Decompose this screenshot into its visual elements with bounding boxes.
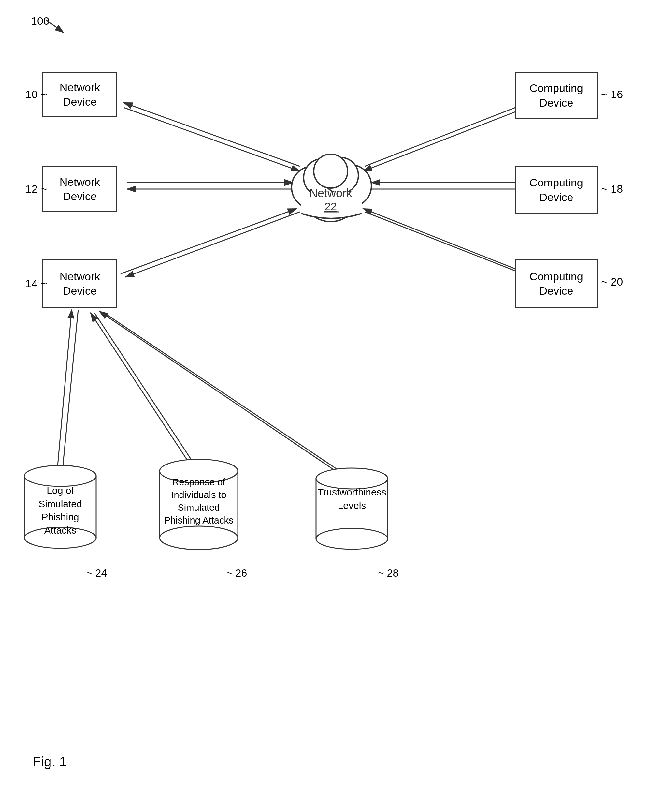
computing-device-18: Computing Device: [515, 166, 598, 214]
ref-12: 12 ~: [26, 183, 47, 195]
ref-28: ~ 28: [378, 567, 398, 579]
network-device-12: Network Device: [42, 166, 117, 212]
svg-line-18: [45, 19, 63, 32]
diagram: 100 Network Device 10 ~ Network Device 1…: [0, 0, 663, 812]
db-24-label: Log ofSimulatedPhishingAttacks: [28, 484, 93, 537]
svg-point-24: [314, 154, 348, 188]
cloud-svg: Network 22: [270, 127, 391, 248]
computing-device-16: Computing Device: [515, 72, 598, 119]
svg-point-30: [24, 465, 96, 486]
ref-14: 14 ~: [26, 277, 47, 290]
svg-text:Network: Network: [309, 186, 353, 200]
network-device-10: Network Device: [42, 72, 117, 117]
ref-18: ~ 18: [601, 183, 623, 195]
db-26-label: Response ofIndividuals toSimulatedPhishi…: [161, 476, 236, 527]
db-28-label: TrustworthinessLevels: [318, 486, 386, 512]
svg-text:22: 22: [325, 200, 337, 212]
network-device-14: Network Device: [42, 259, 117, 308]
ref-16: ~ 16: [601, 88, 623, 101]
svg-line-12: [62, 310, 78, 476]
svg-line-16: [91, 313, 196, 473]
figure-label: Fig. 1: [32, 754, 67, 770]
computing-device-20: Computing Device: [515, 259, 598, 308]
ref-10: 10 ~: [26, 88, 47, 101]
svg-point-34: [160, 526, 238, 549]
ref-24: ~ 24: [86, 567, 107, 579]
db-26: Response ofIndividuals toSimulatedPhishi…: [156, 450, 241, 552]
network-cloud-22: Network 22: [270, 127, 391, 248]
db-28: TrustworthinessLevels ~ 28: [313, 460, 391, 552]
svg-point-37: [316, 528, 388, 549]
svg-line-15: [57, 310, 72, 473]
figure-number-arrow: [44, 18, 70, 37]
ref-20: ~ 20: [601, 276, 623, 288]
svg-line-5: [121, 209, 296, 274]
ref-26: ~ 26: [226, 567, 247, 579]
db-24: Log ofSimulatedPhishingAttacks ~ 24: [21, 456, 99, 552]
arrows-svg: [0, 0, 663, 812]
